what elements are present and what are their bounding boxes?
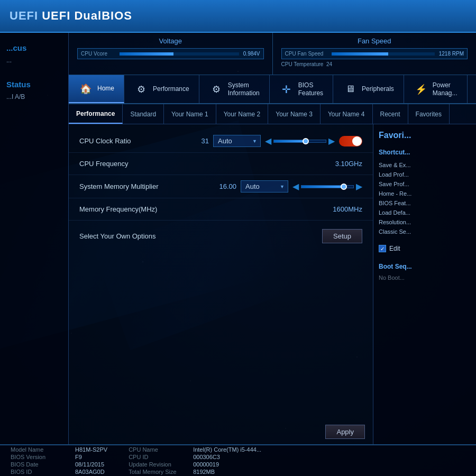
setup-button[interactable]: Setup	[322, 229, 362, 243]
favorites-sidebar: Favori... Shortcut... Save & Ex... Load …	[373, 124, 476, 444]
bios-date-val: 08/11/2015	[75, 461, 104, 468]
subtab-recent[interactable]: Recent	[373, 104, 408, 124]
tab-home[interactable]: 🏠 Home	[69, 75, 124, 103]
cpu-fan-bar: CPU Fan Speed 1218 RPM	[281, 48, 468, 59]
memory-frequency-value: 1600MHz	[333, 205, 362, 213]
cpu-id-val: 000306C3	[193, 454, 220, 460]
left-focus-title: ...cus	[6, 43, 62, 52]
update-rev-val: 00000019	[193, 461, 219, 468]
apply-button[interactable]: Apply	[325, 425, 365, 439]
cpu-vcore-bar: CPU Vcore 0.984V	[77, 48, 264, 59]
tab-bios-features[interactable]: ✛ BIOSFeatures	[270, 75, 333, 103]
shortcut-load-defaults[interactable]: Load Defa...	[379, 208, 471, 217]
performance-icon: ⚙	[134, 82, 149, 97]
cpu-fan-fill	[332, 52, 388, 56]
content-panel: CPU Clock Ratio 31 Auto ◀ ▶	[69, 124, 476, 444]
cpu-clock-ratio-slider: ◀ ▶	[265, 136, 335, 146]
cpu-vcore-label: CPU Vcore	[81, 51, 115, 57]
cpu-frequency-value-area: 3.10GHz	[335, 160, 362, 168]
no-boot-label: No Boot...	[379, 274, 471, 281]
slider-track[interactable]	[273, 140, 326, 143]
cpu-id-row: CPU ID 000306C3	[129, 454, 261, 460]
shortcut-home[interactable]: Home - Re...	[379, 189, 471, 198]
subtab-standard[interactable]: Standard	[123, 104, 164, 124]
tab-system-info[interactable]: ⚙ SystemInformation	[199, 75, 270, 103]
shortcut-save-exit[interactable]: Save & Ex...	[379, 160, 471, 170]
cpu-vcore-value: 0.984V	[243, 51, 260, 57]
subtab-your-name-3[interactable]: Your Name 3	[268, 104, 321, 124]
cpu-vcore-fill-track	[120, 52, 239, 56]
tab-performance-label: Performance	[153, 85, 189, 93]
system-memory-multiplier-label: System Memory Multiplier	[79, 182, 215, 190]
model-name-key: Model Name	[11, 446, 69, 453]
subtab-performance[interactable]: Performance	[69, 104, 123, 124]
cpu-fan-fill-track	[332, 52, 435, 56]
shortcut-classic[interactable]: Classic Se...	[379, 227, 471, 236]
setting-cpu-frequency: CPU Frequency 3.10GHz	[69, 153, 373, 175]
cpu-frequency-value: 3.10GHz	[335, 160, 362, 168]
cpu-vcore-fill	[120, 52, 173, 56]
main-area: Voltage CPU Vcore 0.984V Fan Speed CPU F…	[69, 33, 476, 444]
cpu-clock-ratio-dropdown[interactable]: Auto	[213, 135, 261, 147]
bios-version-val: F9	[75, 454, 82, 460]
shortcut-load-profile[interactable]: Load Prof...	[379, 170, 471, 179]
fan-speed-section: Fan Speed CPU Fan Speed 1218 RPM CPU Tem…	[272, 33, 477, 75]
tab-power-management[interactable]: ⚡ PowerManag...	[404, 75, 468, 103]
left-focus-value: ...	[6, 57, 62, 64]
model-name-row: Model Name H81M-S2PV	[11, 446, 107, 453]
bios-id-val: 8A03AG0D	[75, 469, 105, 475]
app-title: UEFI UEFI DualBIOS	[10, 9, 132, 23]
bios-date-key: BIOS Date	[11, 461, 69, 468]
voltage-label: Voltage	[77, 37, 264, 45]
slider-thumb	[303, 138, 309, 144]
shortcut-save-profile[interactable]: Save Prof...	[379, 179, 471, 189]
tab-power-label: PowerManag...	[433, 81, 457, 97]
top-bar: UEFI UEFI DualBIOS	[0, 0, 476, 33]
favorites-title: Favori...	[379, 131, 471, 140]
slider-left-arrow[interactable]: ◀	[265, 136, 271, 146]
subtab-favorites[interactable]: Favorites	[408, 104, 450, 124]
edit-checkbox[interactable]: ✓	[379, 245, 386, 252]
setting-memory-frequency: Memory Frequency(MHz) 1600MHz	[69, 198, 373, 221]
cpu-clock-toggle[interactable]	[339, 136, 362, 147]
bottom-left-info: Model Name H81M-S2PV BIOS Version F9 BIO…	[11, 446, 107, 475]
bios-date-row: BIOS Date 08/11/2015	[11, 461, 107, 468]
slider-left-arrow-2[interactable]: ◀	[292, 181, 299, 191]
settings-list: CPU Clock Ratio 31 Auto ◀ ▶	[69, 124, 373, 444]
tab-performance[interactable]: ⚙ Performance	[124, 75, 199, 103]
power-icon: ⚡	[414, 82, 428, 97]
edit-row: ✓ Edit	[379, 243, 471, 254]
tab-peripherals[interactable]: 🖥 Peripherals	[333, 75, 404, 103]
slider-fill	[274, 140, 305, 142]
setting-system-memory-multiplier: System Memory Multiplier 16.00 Auto ◀ ▶	[69, 175, 373, 198]
shortcut-resolution[interactable]: Resolution...	[379, 217, 471, 227]
boot-sequence-title: Boot Seq...	[379, 263, 471, 270]
bottom-bar: Model Name H81M-S2PV BIOS Version F9 BIO…	[0, 444, 476, 476]
cpu-clock-ratio-controls: 31 Auto ◀ ▶	[188, 135, 362, 147]
select-own-options-row: Select Your Own Options Setup	[69, 221, 373, 252]
total-mem-row: Total Memory Size 8192MB	[129, 469, 261, 475]
bios-version-key: BIOS Version	[11, 454, 69, 460]
subtab-your-name-2[interactable]: Your Name 2	[216, 104, 269, 124]
tab-peripherals-label: Peripherals	[362, 85, 394, 93]
subtab-your-name-4[interactable]: Your Name 4	[321, 104, 373, 124]
home-icon: 🏠	[78, 81, 93, 96]
subtab-your-name-1[interactable]: Your Name 1	[164, 104, 216, 124]
slider-track-2[interactable]	[301, 185, 354, 188]
slider-right-arrow[interactable]: ▶	[328, 136, 335, 146]
cpu-name-key: CPU Name	[129, 446, 187, 453]
cpu-fan-label: CPU Fan Speed	[285, 51, 327, 57]
bios-id-key: BIOS ID	[11, 469, 69, 475]
tab-system-info-label: SystemInformation	[228, 81, 260, 97]
cpu-clock-ratio-label: CPU Clock Ratio	[79, 137, 188, 145]
shortcut-bios-features[interactable]: BIOS Feat...	[379, 198, 471, 208]
fan-speed-label: Fan Speed	[281, 37, 468, 45]
edit-label: Edit	[389, 245, 400, 252]
left-sidebar: ...cus ... Status ...I A/B	[0, 33, 69, 444]
total-mem-val: 8192MB	[193, 469, 215, 475]
system-memory-multiplier-dropdown[interactable]: Auto	[241, 180, 288, 193]
slider-right-arrow-2[interactable]: ▶	[356, 181, 362, 191]
memory-frequency-value-area: 1600MHz	[333, 205, 362, 213]
bios-version-row: BIOS Version F9	[11, 454, 107, 460]
cpu-id-key: CPU ID	[129, 454, 187, 460]
